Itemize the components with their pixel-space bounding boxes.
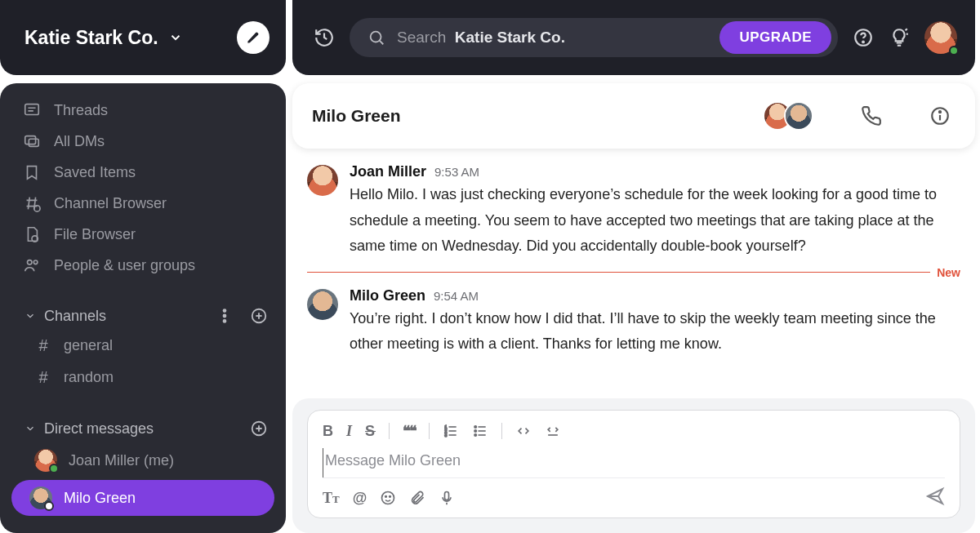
- svg-rect-47: [445, 492, 449, 500]
- italic-button[interactable]: I: [346, 423, 352, 440]
- search-icon: [368, 29, 385, 47]
- avatar: [34, 449, 57, 472]
- channel-random[interactable]: # random: [0, 362, 286, 393]
- workspace-name[interactable]: Katie Stark Co.: [24, 27, 158, 49]
- threads-icon: [23, 101, 41, 119]
- avatar: [29, 486, 52, 509]
- dm-name: Joan Miller (me): [69, 452, 174, 469]
- svg-point-14: [224, 315, 226, 318]
- caret-down-icon: [24, 310, 36, 322]
- nav-label: Channel Browser: [54, 195, 167, 212]
- call-icon[interactable]: [861, 105, 882, 127]
- message-author[interactable]: Milo Green: [350, 287, 425, 304]
- message: Joan Miller 9:53 AM Hello Milo. I was ju…: [307, 157, 960, 263]
- message-author[interactable]: Joan Miller: [350, 163, 426, 180]
- code-block-button[interactable]: [545, 423, 561, 439]
- svg-point-44: [382, 492, 394, 504]
- sidebar: Threads All DMs Saved Items Channel Brow…: [0, 83, 286, 533]
- ordered-list-button[interactable]: 123: [443, 423, 459, 439]
- svg-point-25: [862, 42, 864, 43]
- svg-point-22: [371, 32, 381, 42]
- attach-button[interactable]: [409, 490, 425, 506]
- nav-people[interactable]: People & user groups: [0, 250, 286, 281]
- svg-rect-4: [29, 139, 38, 146]
- svg-point-13: [224, 309, 226, 312]
- channel-name: general: [64, 337, 113, 354]
- nav-file-browser[interactable]: File Browser: [0, 219, 286, 250]
- send-button[interactable]: [925, 486, 945, 509]
- plus-circle-icon[interactable]: [250, 420, 268, 438]
- hash-icon: #: [34, 336, 52, 355]
- caret-down-icon: [24, 423, 36, 434]
- chat-header: Milo Green: [292, 83, 975, 149]
- lightbulb-icon[interactable]: [889, 27, 910, 48]
- hash-icon: #: [34, 368, 52, 387]
- bullet-list-button[interactable]: [472, 423, 488, 439]
- people-icon: [23, 256, 41, 274]
- nav-all-dms[interactable]: All DMs: [0, 126, 286, 157]
- message-text: Hello Milo. I was just checking everyone…: [350, 182, 960, 260]
- svg-line-23: [380, 41, 384, 45]
- chat-title[interactable]: Milo Green: [312, 106, 401, 126]
- nav-label: File Browser: [54, 226, 136, 243]
- svg-point-45: [385, 496, 387, 498]
- mic-button[interactable]: [439, 490, 455, 506]
- svg-point-46: [390, 496, 391, 498]
- message-time: 9:54 AM: [434, 289, 479, 303]
- help-icon[interactable]: [853, 27, 874, 48]
- svg-rect-0: [25, 104, 39, 115]
- code-button[interactable]: [515, 423, 532, 439]
- composer-actions: TT @: [323, 477, 945, 509]
- message-composer[interactable]: B I S ❝❝ 123 Message Milo Green TT @: [307, 410, 960, 518]
- svg-text:3: 3: [445, 433, 448, 438]
- message-list: Joan Miller 9:53 AM Hello Milo. I was ju…: [292, 157, 975, 361]
- dm-joan-miller[interactable]: Joan Miller (me): [0, 442, 286, 478]
- svg-rect-3: [25, 136, 36, 144]
- nav-channel-browser[interactable]: Channel Browser: [0, 188, 286, 219]
- channel-general[interactable]: # general: [0, 330, 286, 362]
- format-toolbar: B I S ❝❝ 123: [323, 419, 945, 448]
- quote-button[interactable]: ❝❝: [403, 422, 416, 440]
- avatar[interactable]: [307, 165, 338, 196]
- svg-line-7: [28, 198, 29, 210]
- dms-icon: [23, 132, 41, 150]
- section-title: Direct messages: [44, 420, 154, 438]
- search-bar[interactable]: Search Katie Stark Co. UPGRADE: [350, 18, 838, 57]
- mention-button[interactable]: @: [353, 490, 368, 507]
- message-text: You’re right. I don’t know how I did tha…: [350, 306, 960, 358]
- dm-name: Milo Green: [64, 490, 136, 507]
- kebab-icon[interactable]: [216, 307, 234, 325]
- message: Milo Green 9:54 AM You’re right. I don’t…: [307, 281, 960, 361]
- nav-saved[interactable]: Saved Items: [0, 157, 286, 188]
- pencil-icon: [246, 30, 261, 45]
- participants-avatars[interactable]: [771, 101, 813, 131]
- avatar[interactable]: [307, 289, 338, 320]
- topbar: Search Katie Stark Co. UPGRADE: [292, 0, 975, 75]
- new-label: New: [937, 266, 960, 279]
- composer-area: B I S ❝❝ 123 Message Milo Green TT @: [292, 398, 975, 533]
- svg-point-9: [34, 206, 40, 211]
- channel-browser-icon: [23, 194, 41, 212]
- svg-point-39: [474, 434, 477, 437]
- history-icon[interactable]: [314, 27, 335, 48]
- chevron-down-icon[interactable]: [168, 30, 183, 45]
- formatting-toggle[interactable]: TT: [323, 490, 340, 507]
- bold-button[interactable]: B: [323, 423, 333, 440]
- upgrade-button[interactable]: UPGRADE: [719, 21, 831, 54]
- new-messages-divider: New: [307, 266, 960, 279]
- plus-circle-icon[interactable]: [250, 307, 268, 325]
- strike-button[interactable]: S: [365, 423, 376, 440]
- message-placeholder: Message Milo Green: [325, 452, 461, 469]
- dms-section-header[interactable]: Direct messages: [0, 411, 286, 442]
- nav-threads[interactable]: Threads: [0, 95, 286, 126]
- svg-point-38: [474, 430, 477, 433]
- nav-label: All DMs: [54, 133, 105, 150]
- channels-section-header[interactable]: Channels: [0, 299, 286, 330]
- nav-label: People & user groups: [54, 257, 195, 274]
- info-icon[interactable]: [929, 105, 951, 127]
- dm-milo-green[interactable]: Milo Green: [11, 480, 274, 516]
- compose-button[interactable]: [237, 21, 270, 54]
- message-input[interactable]: Message Milo Green: [323, 448, 945, 477]
- emoji-button[interactable]: [380, 490, 396, 506]
- current-user-avatar[interactable]: [924, 21, 957, 54]
